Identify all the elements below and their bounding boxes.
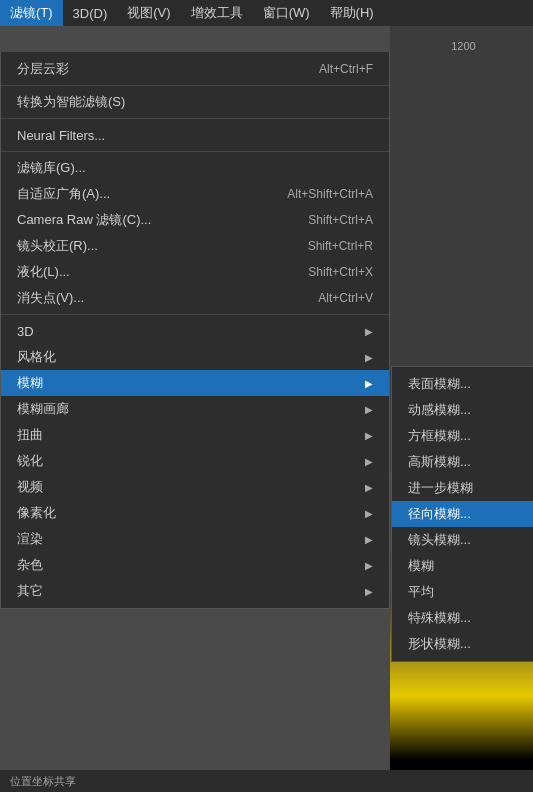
submenu-item-shape-blur[interactable]: 形状模糊... [392, 631, 533, 657]
menubar-item-view[interactable]: 视图(V) [117, 0, 180, 26]
menu-item-distort[interactable]: 扭曲 ▶ [1, 422, 389, 448]
menubar-item-plugins[interactable]: 增效工具 [181, 0, 253, 26]
menu-item-noise[interactable]: 杂色 ▶ [1, 552, 389, 578]
blur-submenu: 表面模糊... 动感模糊... 方框模糊... 高斯模糊... 进一步模糊 径向… [391, 366, 533, 662]
arrow-icon-blur-gallery: ▶ [365, 404, 373, 415]
status-text: 位置坐标共享 [10, 774, 76, 789]
arrow-icon-video: ▶ [365, 482, 373, 493]
arrow-icon-pixelate: ▶ [365, 508, 373, 519]
menu-item-blur[interactable]: 模糊 ▶ 表面模糊... 动感模糊... 方框模糊... 高斯模糊... 进一步… [1, 370, 389, 396]
menu-item-neural-filters[interactable]: Neural Filters... [1, 122, 389, 148]
menu-item-blur-gallery[interactable]: 模糊画廊 ▶ [1, 396, 389, 422]
menu-item-3d[interactable]: 3D ▶ [1, 318, 389, 344]
menu-item-sharpen[interactable]: 锐化 ▶ [1, 448, 389, 474]
submenu-item-box-blur[interactable]: 方框模糊... [392, 423, 533, 449]
menu-separator-1 [1, 85, 389, 86]
filter-dropdown-menu: 分层云彩 Alt+Ctrl+F 转换为智能滤镜(S) Neural Filter… [0, 52, 390, 609]
arrow-icon-3d: ▶ [365, 326, 373, 337]
menu-item-pixelate[interactable]: 像素化 ▶ [1, 500, 389, 526]
menubar-item-help[interactable]: 帮助(H) [320, 0, 384, 26]
menubar-item-window[interactable]: 窗口(W) [253, 0, 320, 26]
menu-item-stylize[interactable]: 风格化 ▶ [1, 344, 389, 370]
arrow-icon-stylize: ▶ [365, 352, 373, 363]
submenu-item-further-blur[interactable]: 进一步模糊 [392, 475, 533, 501]
submenu-item-special-blur[interactable]: 特殊模糊... [392, 605, 533, 631]
menu-separator-4 [1, 314, 389, 315]
menu-item-last-filter[interactable]: 分层云彩 Alt+Ctrl+F [1, 56, 389, 82]
arrow-icon-render: ▶ [365, 534, 373, 545]
menu-item-lens-correct[interactable]: 镜头校正(R)... Shift+Ctrl+R [1, 233, 389, 259]
ruler-label: 1200 [447, 36, 475, 52]
menu-item-video[interactable]: 视频 ▶ [1, 474, 389, 500]
arrow-icon-blur: ▶ [365, 378, 373, 389]
submenu-item-blur-simple[interactable]: 模糊 [392, 553, 533, 579]
arrow-icon-noise: ▶ [365, 560, 373, 571]
submenu-item-lens-blur[interactable]: 镜头模糊... [392, 527, 533, 553]
menu-item-adaptive-wide[interactable]: 自适应广角(A)... Alt+Shift+Ctrl+A [1, 181, 389, 207]
menubar-item-3d[interactable]: 3D(D) [63, 0, 118, 26]
arrow-icon-distort: ▶ [365, 430, 373, 441]
menu-item-camera-raw[interactable]: Camera Raw 滤镜(C)... Shift+Ctrl+A [1, 207, 389, 233]
arrow-icon-sharpen: ▶ [365, 456, 373, 467]
menubar-item-filter[interactable]: 滤镜(T) [0, 0, 63, 26]
menu-item-filter-gallery[interactable]: 滤镜库(G)... [1, 155, 389, 181]
menu-item-vanishing-point[interactable]: 消失点(V)... Alt+Ctrl+V [1, 285, 389, 311]
menu-item-render[interactable]: 渲染 ▶ [1, 526, 389, 552]
menu-item-other[interactable]: 其它 ▶ [1, 578, 389, 604]
menu-item-liquify[interactable]: 液化(L)... Shift+Ctrl+X [1, 259, 389, 285]
menu-separator-2 [1, 118, 389, 119]
submenu-item-average[interactable]: 平均 [392, 579, 533, 605]
main-area: 1200 Ea 分层云彩 Alt+Ctrl+F 转换为智能滤镜(S) Neura… [0, 26, 533, 792]
arrow-icon-other: ▶ [365, 586, 373, 597]
menu-item-smart-filter[interactable]: 转换为智能滤镜(S) [1, 89, 389, 115]
submenu-item-radial-blur[interactable]: 径向模糊... [392, 501, 533, 527]
menu-separator-3 [1, 151, 389, 152]
submenu-item-gaussian-blur[interactable]: 高斯模糊... [392, 449, 533, 475]
status-bar: 位置坐标共享 [0, 770, 533, 792]
menubar: 滤镜(T) 3D(D) 视图(V) 增效工具 窗口(W) 帮助(H) [0, 0, 533, 26]
submenu-item-motion-blur[interactable]: 动感模糊... [392, 397, 533, 423]
submenu-item-surface-blur[interactable]: 表面模糊... [392, 371, 533, 397]
